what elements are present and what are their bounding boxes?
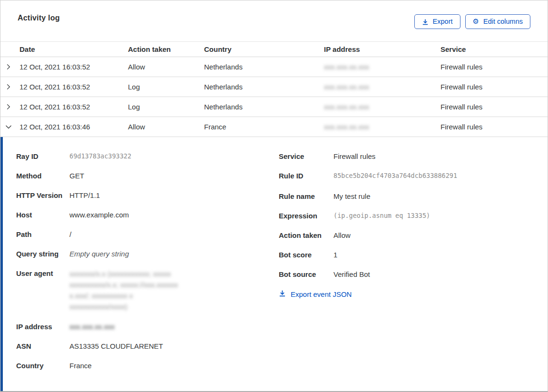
bot-score-value: 1: [333, 250, 337, 260]
table-header-row: Date Action taken Country IP address Ser…: [0, 42, 548, 57]
cell-ip-redacted: xxx.xxx.xx.xxx: [324, 83, 369, 91]
expression-value: (ip.geoip.asnum eq 13335): [333, 211, 430, 221]
user-agent-redacted-line: xxxxxxx/x.x (xxxxxxxxxxx; xxxxx: [69, 268, 178, 279]
column-header-action-taken: Action taken: [128, 45, 204, 53]
chevron-right-icon[interactable]: [5, 103, 20, 110]
ray-id-label: Ray ID: [16, 151, 69, 161]
rule-name-value: My test rule: [333, 191, 371, 201]
detail-row-rule-id: Rule ID 85bce5b204cf4703a764dcb633886291: [279, 171, 548, 182]
user-agent-redacted-line: xxxxxxxxxx/x.x; xxxxx://xxx.xxxxxx: [69, 279, 178, 290]
cell-country: Netherlands: [204, 103, 324, 111]
column-header-ip-address: IP address: [324, 45, 440, 53]
table-row[interactable]: 12 Oct, 2021 16:03:52 Allow Netherlands …: [0, 57, 548, 77]
chevron-right-icon[interactable]: [5, 63, 20, 70]
bot-source-value: Verified Bot: [333, 269, 370, 279]
query-string-label: Query string: [16, 249, 69, 259]
detail-row-host: Host www.example.com: [16, 210, 279, 220]
query-string-value: Empty query string: [69, 249, 129, 259]
detail-row-method: Method GET: [16, 171, 279, 181]
cell-action-taken: Allow: [128, 63, 204, 71]
rule-id-value: 85bce5b204cf4703a764dcb633886291: [333, 169, 458, 182]
export-button[interactable]: Export: [414, 14, 460, 29]
export-event-json-link[interactable]: Export event JSON: [279, 290, 352, 298]
cell-country: France: [204, 123, 324, 131]
edit-columns-button-label: Edit columns: [483, 18, 523, 25]
cell-action-taken: Allow: [128, 123, 204, 131]
cell-ip-redacted: xxx.xxx.xx.xxx: [324, 63, 369, 71]
table-row[interactable]: 12 Oct, 2021 16:03:52 Log Netherlands xx…: [0, 97, 548, 117]
table-row[interactable]: 12 Oct, 2021 16:03:52 Log Netherlands xx…: [0, 77, 548, 97]
cell-service: Firewall rules: [440, 123, 548, 131]
chevron-right-icon[interactable]: [5, 83, 20, 90]
detail-row-http-version: HTTP Version HTTP/1.1: [16, 190, 279, 200]
host-label: Host: [16, 210, 69, 220]
detail-row-path: Path /: [16, 229, 279, 239]
event-detail-panel: Ray ID 69d13783ac393322 Method GET HTTP …: [0, 137, 548, 391]
detail-row-query-string: Query string Empty query string: [16, 249, 279, 259]
bot-source-label: Bot source: [279, 269, 333, 279]
country-value: France: [69, 361, 92, 371]
http-version-label: HTTP Version: [16, 190, 69, 200]
cell-date: 12 Oct, 2021 16:03:52: [20, 63, 128, 71]
rule-id-label: Rule ID: [279, 171, 333, 182]
detail-row-ip-address: IP address xxx.xxx.xx.xxx: [16, 322, 279, 332]
column-header-service: Service: [440, 45, 548, 53]
export-button-label: Export: [433, 18, 453, 25]
ray-id-value: 69d13783ac393322: [69, 151, 131, 161]
export-event-json-label: Export event JSON: [291, 290, 352, 298]
user-agent-redacted-line: x.xxx/; xxxxxxxxxx x: [69, 290, 178, 301]
activity-log-screen: Activity log Export ⚙ Edit columns Date …: [0, 0, 548, 392]
detail-row-country: Country France: [16, 361, 279, 371]
user-agent-value-redacted: xxxxxxx/x.x (xxxxxxxxxxx; xxxxx xxxxxxxx…: [69, 268, 178, 312]
toolbar-actions: Export ⚙ Edit columns: [414, 14, 530, 29]
detail-row-expression: Expression (ip.geoip.asnum eq 13335): [279, 211, 548, 221]
detail-row-rule-name: Rule name My test rule: [279, 191, 548, 201]
cell-country: Netherlands: [204, 83, 324, 91]
gear-icon: ⚙: [473, 18, 479, 25]
cell-date: 12 Oct, 2021 16:03:52: [20, 103, 128, 111]
edit-columns-button[interactable]: ⚙ Edit columns: [465, 14, 530, 29]
country-label: Country: [16, 361, 69, 371]
ip-address-label: IP address: [16, 322, 69, 332]
cell-action-taken: Log: [128, 103, 204, 111]
detail-row-service: Service Firewall rules: [279, 151, 548, 161]
chevron-down-icon[interactable]: [5, 123, 20, 131]
cell-action-taken: Log: [128, 83, 204, 91]
cell-service: Firewall rules: [440, 103, 548, 111]
detail-row-action-taken: Action taken Allow: [279, 230, 548, 240]
rule-name-label: Rule name: [279, 191, 333, 201]
http-version-value: HTTP/1.1: [69, 190, 100, 200]
method-label: Method: [16, 171, 69, 181]
asn-label: ASN: [16, 341, 69, 351]
cell-service: Firewall rules: [440, 83, 548, 91]
action-taken-value: Allow: [333, 230, 351, 240]
cell-country: Netherlands: [204, 63, 324, 71]
cell-service: Firewall rules: [440, 63, 548, 71]
download-icon: [279, 290, 286, 298]
host-value: www.example.com: [69, 210, 129, 220]
method-value: GET: [69, 171, 84, 181]
action-taken-label: Action taken: [279, 230, 333, 240]
table-row-expanded[interactable]: 12 Oct, 2021 16:03:46 Allow France xxx.x…: [0, 117, 548, 137]
user-agent-label: User agent: [16, 268, 69, 312]
cell-date: 12 Oct, 2021 16:03:52: [20, 83, 128, 91]
column-header-date: Date: [20, 45, 128, 53]
cell-date: 12 Oct, 2021 16:03:46: [20, 123, 128, 131]
path-value: /: [69, 229, 71, 239]
cell-ip-redacted: xxx.xxx.xx.xxx: [324, 123, 369, 131]
detail-row-bot-score: Bot score 1: [279, 250, 548, 260]
service-value: Firewall rules: [333, 151, 375, 161]
service-label: Service: [279, 151, 333, 161]
detail-right-column: Service Firewall rules Rule ID 85bce5b20…: [279, 151, 548, 391]
detail-row-bot-source: Bot source Verified Bot: [279, 269, 548, 279]
page-title: Activity log: [18, 14, 60, 22]
column-header-country: Country: [204, 45, 324, 53]
download-icon: [422, 19, 429, 25]
detail-row-user-agent: User agent xxxxxxx/x.x (xxxxxxxxxxx; xxx…: [16, 268, 279, 312]
topbar: Activity log Export ⚙ Edit columns: [0, 0, 548, 32]
expression-label: Expression: [279, 211, 333, 221]
detail-row-ray-id: Ray ID 69d13783ac393322: [16, 151, 279, 161]
path-label: Path: [16, 229, 69, 239]
user-agent-redacted-line: xxxxxxxxxxx/xxxx): [69, 301, 178, 312]
detail-row-asn: ASN AS13335 CLOUDFLARENET: [16, 341, 279, 351]
